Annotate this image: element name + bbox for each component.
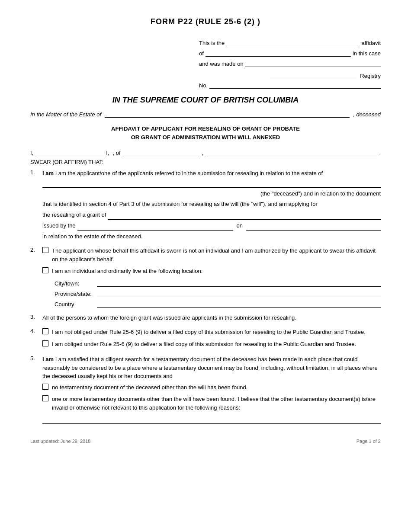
matter-row: In the Matter of the Estate of , decease…: [30, 110, 381, 118]
no-row: No.: [199, 81, 381, 89]
province-label: Province/state:: [55, 291, 93, 297]
section-3: 3. All of the persons to whom the foreig…: [30, 314, 381, 325]
of-case-row: of in this case: [199, 49, 381, 57]
in-this-case-label: in this case: [353, 50, 381, 57]
section-5-checkbox-1[interactable]: no testamentary document of the deceased…: [42, 383, 381, 392]
made-on-label: and was made on: [199, 61, 244, 67]
checkbox-5-2-text: one or more testamentary documents other…: [52, 395, 381, 412]
page-number: Page 1 of 2: [356, 439, 381, 444]
last-updated: Last updated: June 29, 2018: [30, 439, 90, 444]
country-row: Country: [55, 300, 381, 308]
affidavit-label: affidavit: [361, 40, 381, 46]
this-is-the-label: This is the: [199, 40, 225, 46]
matter-suffix: , deceased: [353, 111, 381, 118]
affidavit-number-row: This is the affidavit: [199, 38, 381, 46]
affidavit-title: AFFIDAVIT OF APPLICANT FOR RESEALING OF …: [30, 125, 381, 141]
section-2: 2. The applicant on whose behalf this af…: [30, 247, 381, 310]
section-5-checkbox-2[interactable]: one or more testamentary documents other…: [42, 395, 381, 412]
section-1-cont-text: that is identified in section 4 of Part …: [42, 200, 381, 208]
of-field[interactable]: [206, 49, 351, 57]
swear-text: SWEAR (OR AFFIRM) THAT:: [30, 158, 381, 167]
checkbox-4-2-box[interactable]: [42, 340, 48, 346]
section-4-checkbox-2[interactable]: I am obliged under Rule 25-6 (9) to deli…: [42, 340, 381, 349]
section-3-text: All of the persons to whom the foreign g…: [42, 314, 381, 322]
footer: Last updated: June 29, 2018 Page 1 of 2: [30, 439, 381, 444]
city-row: City/town:: [55, 279, 381, 287]
of-label-top: of: [199, 50, 204, 57]
made-on-field[interactable]: [245, 59, 381, 67]
issued-by-row: issued by the on: [42, 221, 381, 231]
of-separator: I,: [106, 150, 109, 156]
i-row: I, I, , of , ,: [30, 148, 381, 156]
checkbox-1-text: The applicant on whose behalf this affid…: [52, 247, 381, 263]
resealing-row: the resealing of a grant of: [42, 211, 381, 220]
form-title: FORM P22 (RULE 25-6 (2) ): [30, 17, 381, 26]
checkbox-5-1-box[interactable]: [42, 384, 48, 390]
section-1: 1. I am I am the applicant/one of the ap…: [30, 169, 381, 244]
matter-label: In the Matter of the Estate of: [30, 111, 101, 118]
checkbox-1-box[interactable]: [42, 247, 48, 253]
country-label: Country: [55, 301, 93, 308]
affidavit-number-field[interactable]: [226, 38, 360, 46]
of-text: , of: [112, 150, 120, 156]
city-label: City/town:: [55, 280, 93, 287]
section-1-estate-field[interactable]: [42, 180, 381, 188]
registry-row: Registry: [199, 71, 381, 79]
section-2-checkbox-2[interactable]: I am an individual and ordinarily live a…: [42, 267, 381, 276]
checkbox-5-1-text: no testamentary document of the deceased…: [52, 383, 381, 392]
checkbox-5-2-box[interactable]: [42, 395, 48, 401]
province-row: Province/state:: [55, 289, 381, 297]
section-1-text: I am I am the applicant/one of the appli…: [42, 169, 381, 178]
section-5-reasons-field-1[interactable]: [42, 416, 381, 424]
section-4-checkbox-1[interactable]: I am not obliged under Rule 25-6 (9) to …: [42, 328, 381, 337]
section-5-intro: I am I am satisfied that a diligent sear…: [42, 355, 381, 381]
no-label: No.: [199, 82, 208, 89]
checkbox-2-box[interactable]: [42, 267, 48, 273]
registry-label: Registry: [360, 73, 381, 79]
section-2-checkbox-1[interactable]: The applicant on whose behalf this affid…: [42, 247, 381, 263]
checkbox-4-1-box[interactable]: [42, 328, 48, 334]
court-title: IN THE SUPREME COURT OF BRITISH COLUMBIA: [30, 96, 381, 105]
section-5-number: 5.: [30, 355, 42, 362]
section-5: 5. I am I am satisfied that a diligent s…: [30, 355, 381, 426]
section-1-mid-text: (the "deceased") and in relation to the …: [42, 189, 381, 198]
checkbox-4-2-text: I am obliged under Rule 25-6 (9) to deli…: [52, 340, 381, 349]
section-3-number: 3.: [30, 314, 42, 320]
section-1-in-relation: in relation to the estate of the decease…: [42, 232, 381, 241]
section-4-number: 4.: [30, 328, 42, 334]
checkbox-2-text: I am an individual and ordinarily live a…: [52, 267, 381, 276]
checkbox-4-1-text: I am not obliged under Rule 25-6 (9) to …: [52, 328, 381, 337]
section-2-number: 2.: [30, 247, 42, 253]
i-label: I,: [30, 150, 33, 156]
section-1-number: 1.: [30, 169, 42, 176]
section-4: 4. I am not obliged under Rule 25-6 (9) …: [30, 328, 381, 352]
made-on-row: and was made on: [199, 59, 381, 67]
